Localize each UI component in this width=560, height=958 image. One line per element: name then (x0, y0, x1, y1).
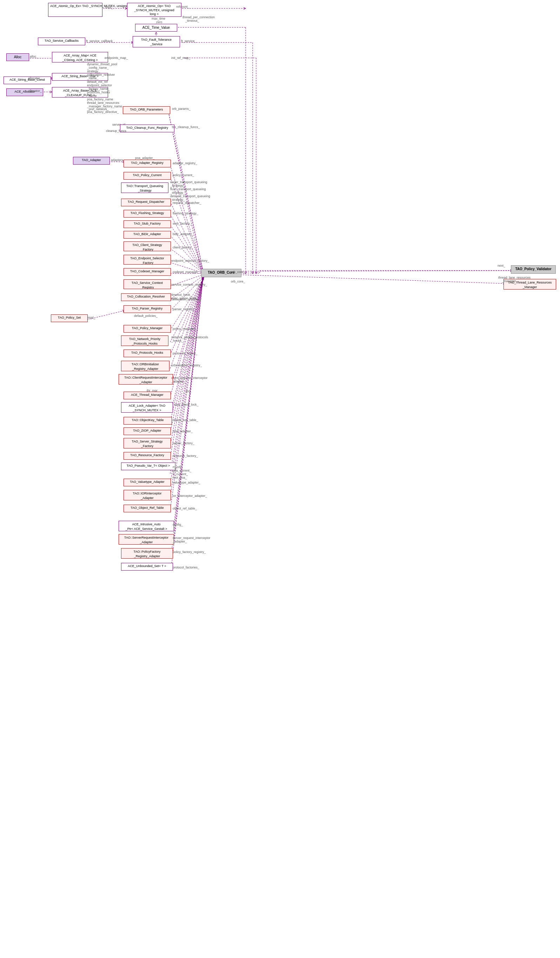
node-tao-parser-registry: TAO_Parser_Registry (124, 305, 171, 313)
node-ace-atomic-op-ex-1: ACE_Atomic_Op_Ex< TAO _SYNCH_MUTEX, unsi… (48, 3, 102, 17)
label-strategy3: _strategy_ (170, 191, 185, 194)
label-timeout-hook: timeout_hook_ (171, 293, 192, 297)
label-server-factory: server_factory_ (173, 441, 194, 445)
label-poa-adapter: poa_adapter_ (135, 156, 155, 160)
label-policy-factory-registry: policy_factory_registry_ (173, 550, 206, 554)
label-resource-factory: resource_factory_ (173, 454, 198, 458)
label-allocator2: allocator_ (28, 89, 42, 93)
label-collocation-resolver-name: collocation_resolver (87, 73, 115, 76)
label-poa-factory-name: poa_factory_name (87, 98, 113, 101)
label-orb-core1: orb_core_ (231, 270, 245, 274)
label-flushing-strategy: flushing_strategy_ (173, 212, 198, 215)
label-config-name: _config_name_ (87, 66, 109, 70)
label-adapter2: _adapter_ (173, 540, 187, 543)
node-tao-policyfactory-registry-adapter: TAO::PolicyFactory_Registry_Adapter (121, 548, 173, 559)
label-data-block-lock: data_block_lock_ (174, 403, 198, 406)
node-tao-request-dispatcher: TAO_Request_Dispatcher (121, 198, 171, 206)
label-rt-orb: rt_orb_ (173, 465, 183, 469)
svg-line-33 (240, 271, 512, 271)
label-thread-lane-resources-manager: thread_lane_resources (498, 276, 530, 279)
svg-line-29 (174, 274, 203, 527)
label-orb-core2: orb_core_ (231, 280, 245, 283)
label-endpoints-map: endpoints_map_ (105, 56, 128, 60)
label-thread-per-connection: thread_per_connection (182, 16, 215, 19)
label-parser-registry: parser_registry_ (173, 308, 195, 311)
label-adapter: _adapter_ (171, 380, 186, 383)
label-default-policies: default_policies_ (134, 314, 157, 317)
node-tao-orb-parameters: TAO_ORB_Parameters (123, 106, 170, 114)
svg-line-16 (170, 277, 203, 355)
label-name: _name_ (87, 76, 98, 80)
label-zero: zero (156, 21, 162, 24)
label-valuetype-adapter: valuetype_adapter_ (173, 481, 200, 484)
node-tao-policy-validator: TAO_Policy_Validator (511, 265, 556, 274)
node-tao-collocation-resolver: TAO_Collocation_Resolver (121, 293, 171, 301)
node-alloc: Alloc (6, 53, 29, 61)
label-protocol-factories: protocol_factories_ (173, 566, 199, 569)
node-tao-client-request-interceptor-adapter: TAO::ClientRequestInterceptor_Adapter (119, 374, 173, 385)
label-ft-service-callback: ft_service_callback_ (86, 39, 114, 43)
edges-svg (0, 0, 560, 958)
node-tao-bidir-adapter: TAO_BiDir_Adapter (124, 231, 171, 239)
node-tao-policy-set: TAO_Policy_Set (51, 314, 88, 322)
svg-line-7 (170, 235, 203, 273)
label-object-ref-table: object_ref_table_ (173, 507, 197, 510)
node-tao-server-strategy-factory: TAO_Server_Strategy_Factory (124, 438, 171, 449)
node-tao-cleanup-func-registry: TAO_Cleanup_Func_Registry (120, 125, 175, 132)
label-impl: impl_ (88, 316, 95, 319)
label-init-ref-map: init_ref_map_ (171, 56, 190, 60)
label-strategy: strategy_ (87, 70, 100, 73)
label-manager: _manager_ (502, 279, 518, 283)
node-tao-service-context-registry: TAO_Service_Context_Registry (124, 279, 171, 289)
label-object-key-table: object_key_table_ (173, 418, 198, 422)
label-config: config_ (173, 523, 183, 527)
label-orb-params: orb_params_ (172, 107, 190, 111)
label-client-factory: client_factory_ (173, 246, 193, 249)
node-ace-lock-adapter-synch-mutex: ACE_Lock_Adapter< TAO_SYNCH_MUTEX > (121, 402, 173, 413)
node-tao-resource-factory: TAO_Resource_Factory (124, 452, 171, 460)
label-next: next_ (498, 264, 505, 267)
node-tao-objectkey-table: TAO::ObjectKey_Table (124, 417, 172, 425)
label-impl-top: impl_ (105, 6, 113, 9)
label-poa-current: poa_current_ (173, 469, 191, 472)
label-timeout: _timeout_ (185, 19, 199, 22)
node-tao-adapter-registry: TAO_Adapter_Registry (124, 160, 171, 167)
node-tao-transport-queueing-strategy: TAO::Transport_Queueing_Strategy (121, 182, 168, 193)
label-tss-cleanup: tss_cleanup_funcs_ (172, 125, 200, 129)
node-ace-string-base-const: ACE_String_Base_Const (3, 76, 51, 84)
label-adapter-registry: adapter_registry_ (173, 162, 197, 165)
label-endpoint-selector-factory: endpoint_selector_factory_ (171, 259, 209, 262)
node-ace-array-map: ACE_Array_Map< ACE_CString, ACE_CString … (52, 52, 108, 62)
label-hooks: _hooks_ (171, 339, 183, 343)
node-tao-ziop-adapter: TAO_ZIOP_Adapter (124, 427, 171, 435)
node-tao-stub-factory: TAO_Stub_Factory (124, 220, 171, 228)
label-collocation-resolver: collocation_resolver_ (171, 298, 201, 301)
label-poa-factory-directive: poa_factory_directive_ (87, 110, 119, 114)
label-thread-lane: thread_lane_resources (87, 101, 119, 105)
node-tao-policy-manager: TAO_Policy_Manager (124, 325, 171, 333)
label-service-context-registry: service_context_registry_ (171, 283, 207, 286)
label-eager-transport: eager_transport_queueing (170, 180, 207, 184)
node-tao-pseudo-var-object: TAO_Pseudo_Var_T< Object > (121, 463, 175, 470)
label-tm: tm_ (186, 390, 191, 393)
label-refcount: refcount_ (176, 5, 189, 8)
node-ace-unbounded-set: ACE_Unbounded_Set< T > (121, 563, 173, 571)
label-factory-name: _factory_name_ (87, 87, 110, 90)
label-codeset-manager: codeset_manager_ (173, 270, 200, 274)
label-request-dispatcher: request_dispatcher_ (173, 201, 201, 205)
diagram-container: ACE_Atomic_Op_Ex< TAO _SYNCH_MUTEX, unsi… (0, 0, 560, 958)
node-tao-valuetype-adapter: TAO_Valuetype_Adapter (124, 479, 171, 486)
label-server-request-interceptor-adapter: server_request_interceptor (173, 536, 211, 540)
label-ziop-adapter: ziop_adapter_ (173, 430, 193, 433)
label-default-init-ref: default_init_ref (87, 80, 108, 84)
node-tao-protocols-hooks: TAO_Protocols_Hooks (124, 349, 171, 357)
node-tao-server-request-interceptor-adapter: TAO::ServerRequestInterceptor_Adapter (119, 534, 174, 545)
label-network-priority-protocols: network_priority_protocols (171, 335, 208, 339)
node-tao-service-callbacks: TAO_Service_Callbacks (38, 38, 85, 45)
label-client-request-interceptor: client_request_interceptor (171, 376, 208, 380)
label-ior-interceptor-adapter: ior_interceptor_adapter_ (173, 494, 207, 498)
node-tao-codeset-manager: TAO_Codeset_Manager (124, 268, 171, 276)
label-strategy2: _strategy_ (170, 184, 185, 187)
node-tao-fault-tolerance-service: TAO_Fault_Tolerance_Service (133, 36, 180, 48)
svg-line-31 (171, 274, 203, 555)
